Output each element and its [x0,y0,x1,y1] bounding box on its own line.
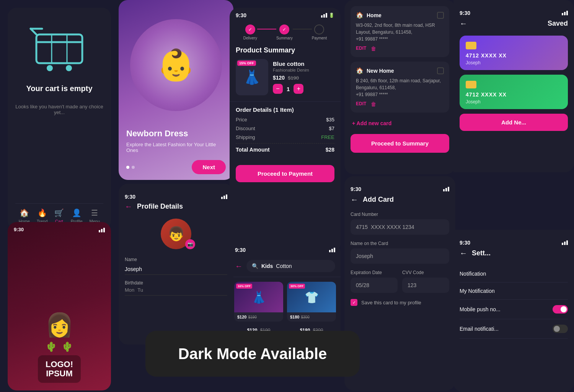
detail-row-discount: Discount $7 [236,126,334,131]
credit-card-green[interactable]: 4712 XXXX XX Joseph [460,75,568,109]
product-figure: 👗 [243,69,261,85]
status-icons: 🔋 [321,13,334,18]
ac-bar-2 [445,188,447,191]
kids-product-1-prices: $120 $190 [237,315,280,319]
bar-3 [326,13,327,18]
kids-price-old-1: $190 [248,315,256,319]
saved-title: Saved [548,20,568,28]
bar-1 [321,15,323,18]
panel-profile-details: 9:30 ← Profile Details 👦 📷 Name Birthdat… [119,184,233,345]
qty-increase-button[interactable]: + [294,84,303,94]
my-notification-title: My Notification [460,288,495,294]
address-home-checkbox[interactable] [437,12,444,19]
save-card-check[interactable]: ✓ Save this card to my profile [351,299,449,306]
st-bar-1 [562,243,563,245]
nav-cart[interactable]: 🛒 Cart [54,208,64,224]
cvv-field: CVV Code [402,270,449,293]
settings-title: Sett... [472,249,491,257]
profile-status-bar: 9:30 [125,190,227,202]
step-delivery-label: Delivery [243,36,257,40]
name-input[interactable] [125,264,227,275]
profile-title: Profile Details [137,203,183,211]
add-new-button[interactable]: Add Ne... [460,114,568,131]
logo-line2: IPSUM [46,369,73,378]
email-notif-toggle[interactable] [553,325,568,333]
svg-point-4 [47,65,53,71]
home2-icon: 🏠 [356,67,364,74]
qty-decrease-button[interactable]: − [273,84,283,94]
newborn-title: Newborn Dress [126,129,226,139]
expiry-label: Expiration Date [351,270,398,275]
product-summary-title: Product Summary [230,46,341,59]
nav-trend[interactable]: 🔥 Trend [37,208,47,224]
panel-address: 🏠 Home W3-092, 2nd floor, 8th main road,… [344,0,455,174]
kids-back-button[interactable]: ← [235,262,243,271]
logo-line1: LOGO! [46,360,73,369]
birthdate-row: Mon Tu [125,287,227,296]
profile-status-time: 9:30 [125,194,135,200]
credit-card-purple[interactable]: 4712 XXXX XX Joseph [460,36,568,70]
kids-product-2[interactable]: 30% OFF 👕 $180 $300 [287,282,336,322]
nav-menu[interactable]: ☰ Menu [90,208,100,224]
address-newhome-delete-button[interactable]: 🗑 [371,101,376,107]
profile-avatar-wrapper: 👦 📷 [125,219,227,249]
proceed-to-summary-button[interactable]: Proceed to Summary [351,134,449,153]
address-home-edit-button[interactable]: EDIT [356,46,366,52]
cart-icon: 🛒 [54,208,64,217]
search-icon: 🔍 [252,263,258,269]
card-name-input[interactable] [351,248,449,264]
cart-empty-subtitle: Looks like you haven't made any choice y… [15,104,103,115]
birthdate-label: Birthdate [125,280,227,286]
kids-search-rest: Cotton [276,263,292,269]
address-newhome-checkbox[interactable] [437,67,444,74]
settings-header: ← Sett... [460,249,568,258]
save-card-label: Save this card to my profile [361,300,421,305]
panel-add-card: 9:30 ← Add Card Card Number Name on the … [344,176,455,390]
nav-home[interactable]: 🏠 Home [19,208,30,224]
address-item-home: 🏠 Home W3-092, 2nd floor, 8th main road,… [351,6,449,57]
settings-back-button[interactable]: ← [460,249,467,258]
settings-signal [562,240,568,245]
kids-product-2-prices: $180 $300 [290,315,333,319]
kids-product-2-image: 30% OFF 👕 [287,282,336,312]
settings-status-bar: 9:30 [460,236,568,249]
product-badge: 15% OFF [237,60,256,66]
step-delivery: ✓ Delivery [243,24,257,40]
profile-back-button[interactable]: ← [125,202,132,211]
total-label: Total Amount [236,147,270,153]
newborn-footer: Next [126,160,226,174]
panel-settings: 9:30 ← Sett... Notification My Notificat… [453,230,574,392]
profile-signal [221,194,227,199]
address-home-actions: EDIT 🗑 [356,46,444,52]
next-button[interactable]: Next [192,160,226,174]
mobile-push-toggle[interactable] [553,305,568,314]
saved-back-button[interactable]: ← [460,19,467,28]
dot-1 [126,166,129,169]
quantity-value: 1 [287,86,290,92]
proceed-to-payment-button[interactable]: Proceed to Payment [236,165,334,182]
addcard-back-button[interactable]: ← [351,195,358,204]
card-name-label: Name on the Card [351,241,449,246]
r-bar-3 [103,228,105,232]
cvv-label: CVV Code [402,270,449,275]
card-name-field: Name on the Card [351,241,449,264]
ac-bar-3 [448,187,449,191]
card-number-input[interactable] [351,219,449,235]
kids-status-bar: 9:30 [230,243,341,255]
carousel-dots [126,166,135,169]
save-card-checkbox[interactable]: ✓ [351,299,357,306]
settings-time: 9:30 [460,240,470,246]
kids-search-bar[interactable]: 🔍 Kids Cotton [246,260,335,272]
address-home-delete-button[interactable]: 🗑 [371,46,376,52]
add-new-card-link[interactable]: + Add new card [351,117,449,129]
panel-red-mobile: 9:30 👩 🌵 🌵 LOGO! IPSUM [8,222,111,390]
k-bar-1 [329,250,331,252]
expiry-input[interactable] [351,278,398,293]
cvv-input[interactable] [402,278,449,293]
kids-product-1[interactable]: 16% OFF 👗 $120 $190 [234,282,283,322]
address-newhome-edit-button[interactable]: EDIT [356,101,366,107]
camera-icon[interactable]: 📷 [185,239,195,249]
email-notif-info: Email notificati... [460,326,499,332]
expiry-field: Expiration Date [351,270,398,293]
nav-profile[interactable]: 👤 Profile [71,208,83,224]
